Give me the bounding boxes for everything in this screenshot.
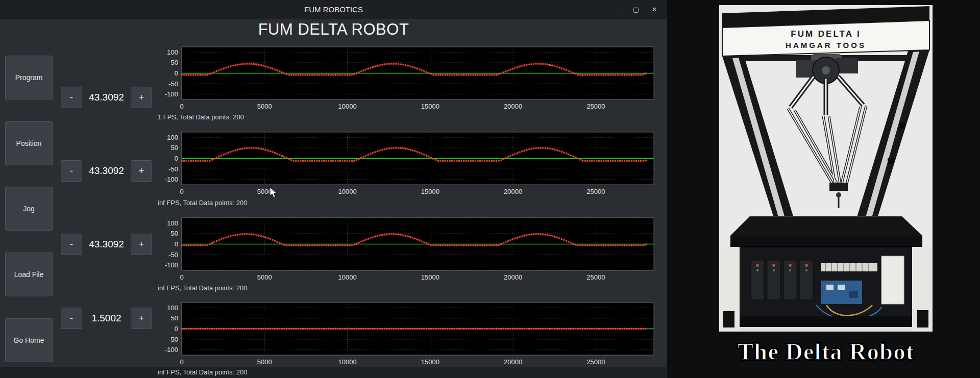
x-tick-label: 25000 bbox=[586, 358, 605, 366]
stepper-axis-1: - 43.3092 + bbox=[0, 87, 158, 108]
stepper-axis-3: - 43.3092 + bbox=[0, 234, 158, 255]
robot-table bbox=[730, 216, 922, 247]
x-tick-label: 10000 bbox=[338, 273, 356, 281]
chart-status: inf FPS, Total Data points: 200 bbox=[158, 368, 247, 376]
y-tick-label: 0 bbox=[175, 240, 178, 248]
x-tick-label: 20000 bbox=[504, 188, 522, 195]
stepper-value: 1.5002 bbox=[82, 308, 131, 329]
y-tick-label: 0 bbox=[175, 69, 178, 77]
x-tick-label: 25000 bbox=[586, 103, 605, 110]
x-tick-label: 20000 bbox=[504, 273, 522, 281]
stepper-value: 43.3092 bbox=[82, 160, 131, 182]
x-tick-label: 10000 bbox=[338, 358, 356, 366]
x-tick-label: 5000 bbox=[257, 358, 272, 366]
close-icon[interactable]: ✕ bbox=[647, 3, 662, 16]
stepper-axis-2: - 43.3092 + bbox=[0, 160, 158, 182]
right-panel: FUM DELTA I HAMGAR TOOS bbox=[667, 0, 980, 378]
y-tick-label: -100 bbox=[165, 175, 178, 183]
y-tick-label: 100 bbox=[167, 304, 178, 312]
x-tick-label: 25000 bbox=[586, 188, 605, 195]
stepper-value: 43.3092 bbox=[82, 87, 131, 108]
increment-button[interactable]: + bbox=[131, 87, 152, 108]
y-tick-label: 50 bbox=[171, 230, 178, 237]
x-tick-label: 10000 bbox=[338, 188, 356, 195]
x-tick-label: 0 bbox=[180, 188, 183, 195]
increment-button[interactable]: + bbox=[131, 234, 152, 255]
window-controls: – ▢ ✕ bbox=[610, 0, 662, 19]
y-tick-label: 50 bbox=[171, 144, 178, 152]
increment-button[interactable]: + bbox=[131, 308, 152, 329]
y-tick-label: 50 bbox=[171, 314, 178, 322]
y-tick-label: 100 bbox=[167, 134, 178, 141]
sidebar-item-load-file[interactable]: Load File bbox=[5, 253, 53, 296]
y-tick-label: -100 bbox=[165, 346, 178, 354]
x-tick-label: 15000 bbox=[421, 358, 439, 366]
y-tick-label: 0 bbox=[175, 325, 178, 333]
y-tick-label: -50 bbox=[168, 251, 178, 259]
robot-cabinet bbox=[740, 247, 912, 326]
decrement-button[interactable]: - bbox=[61, 308, 82, 329]
x-tick-label: 20000 bbox=[504, 358, 522, 366]
plate-text-line2: HAMGAR TOOS bbox=[786, 41, 866, 49]
titlebar: FUM ROBOTICS – ▢ ✕ bbox=[0, 0, 667, 19]
chart-status: 1 FPS, Total Data points: 200 bbox=[158, 113, 244, 121]
y-tick-label: -50 bbox=[168, 165, 178, 173]
y-tick-label: -100 bbox=[165, 261, 178, 269]
stepper-value: 43.3092 bbox=[82, 234, 131, 255]
x-tick-label: 15000 bbox=[421, 273, 439, 281]
minimize-icon[interactable]: – bbox=[610, 3, 625, 16]
x-tick-label: 0 bbox=[180, 273, 183, 281]
window-title: FUM ROBOTICS bbox=[0, 0, 667, 19]
chart-status: inf FPS, Total Data points: 200 bbox=[158, 284, 247, 292]
x-tick-label: 15000 bbox=[421, 103, 439, 110]
app-window: FUM ROBOTICS – ▢ ✕ FUM DELTA ROBOT Progr… bbox=[0, 0, 667, 378]
x-tick-label: 5000 bbox=[257, 103, 272, 110]
photo-caption: The Delta Robot bbox=[716, 338, 936, 365]
y-tick-label: 50 bbox=[171, 59, 178, 66]
y-tick-label: 100 bbox=[167, 48, 178, 56]
plate-text-line1: FUM DELTA I bbox=[791, 29, 861, 39]
delta-robot-photo: FUM DELTA I HAMGAR TOOS bbox=[719, 5, 933, 332]
x-tick-label: 0 bbox=[180, 103, 183, 110]
sidebar-item-position[interactable]: Position bbox=[5, 121, 53, 165]
x-tick-label: 25000 bbox=[586, 273, 605, 281]
x-tick-label: 0 bbox=[180, 358, 183, 366]
chart-plot-4: 100500-50-1000500010000150002000025000 bbox=[156, 298, 658, 376]
maximize-icon[interactable]: ▢ bbox=[628, 3, 644, 16]
y-tick-label: -50 bbox=[168, 336, 178, 343]
increment-button[interactable]: + bbox=[131, 160, 152, 182]
page-title: FUM DELTA ROBOT bbox=[0, 20, 667, 39]
x-tick-label: 10000 bbox=[338, 103, 356, 110]
x-tick-label: 5000 bbox=[257, 273, 272, 281]
x-tick-label: 20000 bbox=[504, 103, 522, 110]
mouse-cursor bbox=[270, 187, 279, 199]
decrement-button[interactable]: - bbox=[61, 87, 82, 108]
chart-plot-3: 100500-50-1000500010000150002000025000 bbox=[156, 214, 658, 291]
x-tick-label: 15000 bbox=[421, 188, 439, 195]
y-tick-label: -100 bbox=[165, 90, 178, 98]
stepper-gripper: - 1.5002 + bbox=[0, 308, 158, 329]
chart-plot-2: 100500-50-1000500010000150002000025000 bbox=[156, 128, 658, 206]
decrement-button[interactable]: - bbox=[61, 160, 82, 182]
decrement-button[interactable]: - bbox=[61, 234, 82, 255]
y-tick-label: -50 bbox=[168, 80, 178, 88]
y-tick-label: 100 bbox=[167, 219, 178, 227]
chart-status: inf FPS, Total Data points: 200 bbox=[158, 199, 247, 207]
screen: FUM ROBOTICS – ▢ ✕ FUM DELTA ROBOT Progr… bbox=[0, 0, 980, 378]
chart-plot-1: 100500-50-1000500010000150002000025000 bbox=[156, 43, 658, 120]
sidebar-item-jog[interactable]: Jog bbox=[5, 187, 53, 231]
y-tick-label: 0 bbox=[175, 155, 178, 162]
